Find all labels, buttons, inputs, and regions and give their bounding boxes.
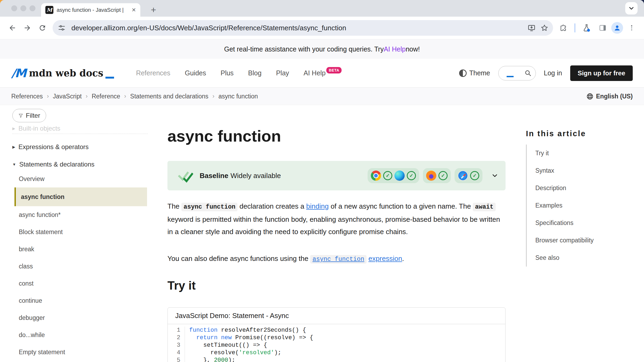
kebab-menu-icon — [628, 24, 635, 31]
triangle-down-icon: ▼ — [12, 162, 16, 167]
nav-item-plus[interactable]: Plus — [221, 69, 234, 77]
profile-avatar[interactable] — [611, 22, 623, 34]
baseline-banner: BaselineWidely available ✓ ✓ ✓ — [167, 161, 506, 190]
firefox-icon — [426, 171, 436, 181]
toc-item-description[interactable]: Description — [535, 179, 633, 197]
new-tab-button[interactable]: + — [147, 3, 160, 16]
experiments-button[interactable] — [579, 20, 594, 35]
sidebar-filter-button[interactable]: Filter — [12, 109, 46, 122]
tab-search-button[interactable] — [625, 2, 638, 14]
sidebar-item-list: Overview async function async function* … — [14, 170, 147, 361]
sidebar-item-class[interactable]: class — [14, 258, 147, 275]
toc-item-try-it[interactable]: Try it — [535, 145, 633, 162]
expression-link[interactable]: expression — [368, 254, 402, 263]
code-editor[interactable]: 1 function resolveAfter2Seconds() { 2 re… — [168, 324, 505, 362]
back-button[interactable] — [5, 20, 20, 35]
sidebar-item-debugger[interactable]: debugger — [14, 309, 147, 326]
nav-item-play[interactable]: Play — [276, 69, 289, 77]
crumb-javascript[interactable]: JavaScript — [53, 93, 82, 100]
mdn-logo-text: mdn web docs — [29, 68, 103, 79]
code-line: 5 }, 2000); — [168, 357, 505, 362]
bookmark-button[interactable] — [538, 21, 551, 34]
check-icon: ✓ — [470, 171, 479, 180]
safari-icon — [458, 171, 468, 181]
browser-menu-button[interactable] — [624, 20, 639, 35]
toolbar-divider — [575, 23, 575, 32]
support-pill-firefox: ✓ — [423, 168, 451, 183]
nav-item-guides[interactable]: Guides — [185, 69, 206, 77]
crumb-statements[interactable]: Statements and declarations — [130, 93, 208, 100]
reload-button[interactable] — [35, 20, 50, 35]
sidebar-item-block-statement[interactable]: Block statement — [14, 223, 147, 241]
async-function-expression-code-link[interactable]: async function — [310, 255, 366, 264]
sidebar-item-async-function-star[interactable]: async function* — [14, 206, 147, 223]
theme-toggle[interactable]: Theme — [459, 69, 490, 77]
sidebar-item-do-while[interactable]: do...while — [14, 326, 147, 343]
address-bar[interactable]: developer.allizom.org/en-US/docs/Web/Jav… — [53, 20, 553, 36]
triangle-right-icon: ▶ — [12, 145, 15, 149]
sidebar-section-label: Statements & declarations — [19, 161, 94, 168]
toc-item-browser-compatibility[interactable]: Browser compatibility — [535, 232, 633, 249]
breadcrumb: References › JavaScript › Reference › St… — [11, 93, 258, 100]
sidebar-section-label: Built-in objects — [19, 125, 60, 132]
nav-item-ai-help[interactable]: AI HelpBETA — [303, 69, 342, 77]
sidebar-item-async-function[interactable]: async function — [14, 187, 147, 206]
toc-item-examples[interactable]: Examples — [535, 197, 633, 214]
url-text[interactable]: developer.allizom.org/en-US/docs/Web/Jav… — [71, 24, 525, 32]
crumb-reference[interactable]: Reference — [92, 93, 120, 100]
window-close-button[interactable] — [11, 5, 17, 11]
window-controls[interactable] — [11, 5, 35, 11]
sidebar-item-break[interactable]: break — [14, 241, 147, 258]
tab-strip: M async function - JavaScript | ✕ + — [0, 0, 644, 17]
chevron-down-icon[interactable] — [491, 172, 499, 179]
binding-link[interactable]: binding — [306, 202, 329, 210]
page-title: async function — [167, 127, 506, 145]
sidebar-item-overview[interactable]: Overview — [14, 170, 147, 187]
text: keyword is permitted within the function… — [167, 215, 500, 236]
signup-button[interactable]: Sign up for free — [570, 65, 633, 81]
toc-item-specifications[interactable]: Specifications — [535, 214, 633, 232]
nav-item-blog[interactable]: Blog — [248, 69, 262, 77]
second-paragraph: You can also define async functions usin… — [167, 252, 506, 265]
side-panel-button[interactable] — [595, 20, 610, 35]
login-link[interactable]: Log in — [544, 69, 562, 77]
toc-item-syntax[interactable]: Syntax — [535, 162, 633, 179]
toolbar-right-icons — [556, 20, 639, 35]
edge-icon — [394, 171, 405, 181]
chrome-icon — [371, 171, 381, 181]
mdn-logo[interactable]: /M mdn web docs — [11, 66, 114, 80]
chevron-down-icon — [628, 5, 635, 12]
tab-close-icon[interactable]: ✕ — [131, 7, 136, 13]
line-number: 5 — [168, 357, 185, 362]
sidebar-section-built-in-objects[interactable]: ▶ Built-in objects — [12, 125, 150, 132]
extensions-button[interactable] — [556, 20, 571, 35]
sidebar-item-const[interactable]: const — [14, 275, 147, 292]
site-settings-button[interactable] — [55, 21, 68, 34]
funnel-icon — [18, 113, 23, 118]
browser-tab[interactable]: M async function - JavaScript | ✕ — [41, 3, 140, 17]
article-main: async function BaselineWidely available … — [167, 105, 506, 362]
crumb-references[interactable]: References — [11, 93, 43, 100]
window-minimize-button[interactable] — [20, 5, 26, 11]
check-icon: ✓ — [383, 171, 392, 180]
nav-item-references[interactable]: References — [136, 69, 170, 77]
locale-switcher[interactable]: English (US) — [586, 93, 633, 100]
code-line: 3 setTimeout(() => { — [168, 342, 505, 349]
side-panel-icon — [599, 24, 607, 32]
toc-item-see-also[interactable]: See also — [535, 249, 633, 267]
window-maximize-button[interactable] — [30, 5, 35, 11]
puzzle-icon — [559, 24, 567, 32]
baseline-logo-icon — [178, 168, 193, 183]
docs-sidebar: Filter ▶ Built-in objects ▶ Expressions … — [0, 105, 150, 362]
search-caret — [507, 76, 514, 77]
sidebar-section-expressions[interactable]: ▶ Expressions & operators — [12, 143, 150, 151]
install-app-button[interactable] — [525, 21, 538, 34]
mdn-header: /M mdn web docs References Guides Plus B… — [0, 59, 644, 87]
sidebar-item-continue[interactable]: continue — [14, 292, 147, 309]
crumb-current-page[interactable]: async function — [218, 93, 258, 100]
sidebar-item-empty-statement[interactable]: Empty statement — [14, 343, 147, 361]
ai-help-link[interactable]: AI Help — [384, 45, 406, 53]
forward-button[interactable] — [20, 20, 35, 35]
sidebar-section-statements[interactable]: ▼ Statements & declarations — [12, 161, 150, 168]
site-search-input[interactable] — [498, 66, 536, 80]
